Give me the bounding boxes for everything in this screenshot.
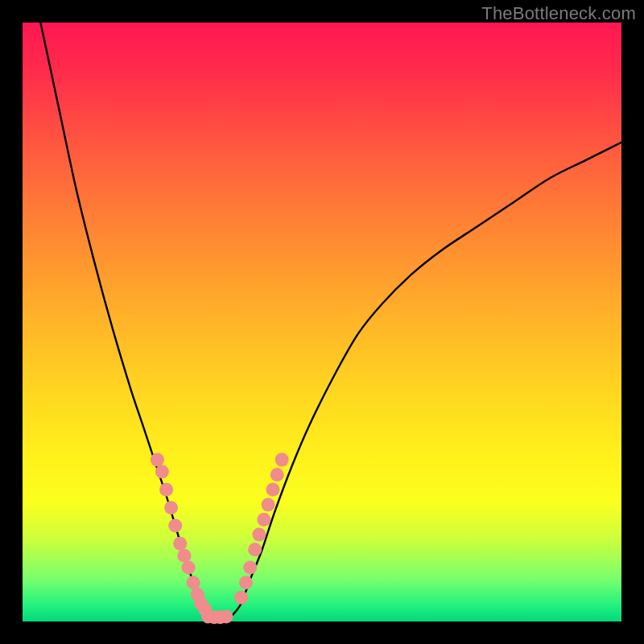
watermark-text: TheBottleneck.com: [481, 3, 636, 24]
marker-dot: [239, 576, 253, 589]
marker-dot: [266, 483, 279, 497]
marker-dot: [252, 528, 266, 542]
chart-svg: [23, 23, 621, 621]
curve-layer: [40, 23, 621, 616]
marker-dot: [159, 483, 173, 497]
curve-right-branch: [232, 142, 621, 616]
marker-dot: [173, 537, 187, 551]
marker-dot: [219, 610, 233, 624]
marker-dot: [275, 453, 289, 467]
marker-dot: [164, 501, 178, 514]
marker-dot: [270, 468, 284, 481]
marker-dot: [177, 549, 191, 563]
marker-dot: [187, 576, 200, 589]
marker-dot: [257, 513, 270, 526]
curve-left-branch: [40, 23, 208, 616]
marker-dot: [248, 543, 262, 556]
plot-area: [23, 23, 621, 621]
marker-dot: [155, 465, 169, 479]
marker-layer: [151, 453, 289, 625]
marker-dot: [151, 453, 164, 467]
marker-dot: [243, 561, 257, 575]
marker-dot: [262, 497, 275, 511]
marker-dot: [168, 518, 182, 532]
marker-dot: [234, 591, 248, 605]
marker-dot: [182, 561, 196, 575]
chart-frame: TheBottleneck.com: [0, 0, 644, 644]
